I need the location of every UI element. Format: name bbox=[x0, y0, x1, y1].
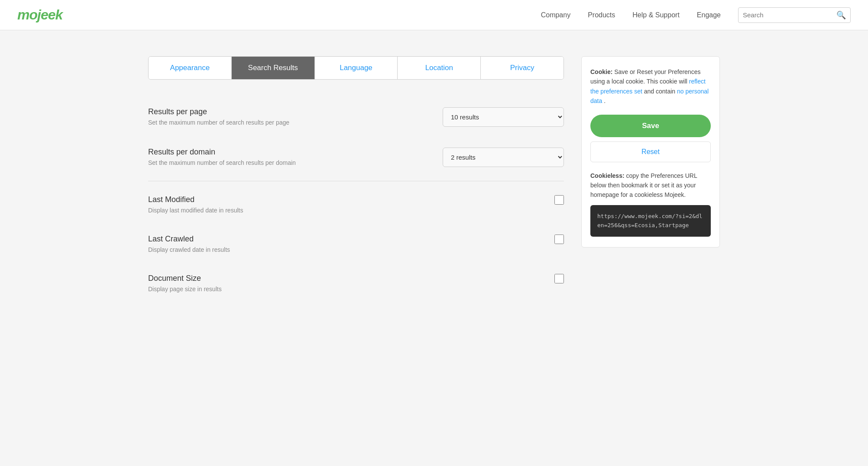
main-content: Appearance Search Results Language Locat… bbox=[131, 56, 737, 303]
nav: Company Products Help & Support Engage bbox=[541, 11, 721, 19]
cookie-text3: . bbox=[604, 97, 606, 104]
cookie-box: Cookie: Save or Reset your Preferences u… bbox=[581, 56, 720, 247]
last-modified-row: Last Modified Display last modified date… bbox=[148, 185, 564, 224]
tab-search-results[interactable]: Search Results bbox=[232, 57, 315, 79]
tabs: Appearance Search Results Language Locat… bbox=[148, 56, 564, 80]
cookie-description: Cookie: Save or Reset your Preferences u… bbox=[590, 67, 711, 106]
document-size-desc: Display page size in results bbox=[148, 286, 222, 292]
tab-privacy[interactable]: Privacy bbox=[481, 57, 564, 79]
last-modified-info: Last Modified Display last modified date… bbox=[148, 195, 243, 214]
cookieless-text: Cookieless: copy the Preferences URL bel… bbox=[590, 171, 711, 200]
last-modified-checkbox[interactable] bbox=[554, 195, 564, 205]
search-box: 🔍 bbox=[738, 7, 851, 23]
search-icon[interactable]: 🔍 bbox=[836, 10, 846, 20]
last-modified-label: Last Modified bbox=[148, 195, 243, 204]
cookie-title: Cookie: bbox=[590, 68, 612, 75]
results-per-domain-info: Results per domain Set the maximum numbe… bbox=[148, 148, 296, 166]
last-modified-control bbox=[443, 195, 564, 205]
results-per-page-desc: Set the maximum number of search results… bbox=[148, 119, 289, 126]
save-button[interactable]: Save bbox=[590, 115, 711, 137]
right-panel: Cookie: Save or Reset your Preferences u… bbox=[581, 56, 720, 303]
header: mojeek Company Products Help & Support E… bbox=[0, 0, 868, 30]
document-size-checkbox[interactable] bbox=[554, 274, 564, 283]
nav-engage[interactable]: Engage bbox=[697, 11, 721, 19]
search-input[interactable] bbox=[743, 11, 836, 19]
tab-language[interactable]: Language bbox=[315, 57, 398, 79]
last-crawled-desc: Display crawled date in results bbox=[148, 246, 230, 253]
results-per-domain-control: 1 result 2 results 3 results 5 results bbox=[443, 148, 564, 167]
last-crawled-row: Last Crawled Display crawled date in res… bbox=[148, 224, 564, 264]
tab-appearance[interactable]: Appearance bbox=[149, 57, 232, 79]
results-per-page-row: Results per page Set the maximum number … bbox=[148, 97, 564, 137]
last-modified-desc: Display last modified date in results bbox=[148, 207, 243, 214]
cookieless-url[interactable]: https://www.mojeek.com/?si=2&dlen=256&qs… bbox=[590, 205, 711, 237]
results-per-domain-desc: Set the maximum number of search results… bbox=[148, 159, 296, 166]
last-crawled-label: Last Crawled bbox=[148, 235, 230, 244]
results-per-page-label: Results per page bbox=[148, 107, 289, 116]
nav-help[interactable]: Help & Support bbox=[632, 11, 680, 19]
document-size-info: Document Size Display page size in resul… bbox=[148, 274, 222, 292]
divider bbox=[148, 181, 564, 181]
results-per-domain-label: Results per domain bbox=[148, 148, 296, 157]
document-size-row: Document Size Display page size in resul… bbox=[148, 264, 564, 303]
results-per-domain-select[interactable]: 1 result 2 results 3 results 5 results bbox=[443, 148, 564, 167]
document-size-label: Document Size bbox=[148, 274, 222, 283]
logo: mojeek bbox=[17, 7, 62, 23]
results-per-page-select[interactable]: 10 results 20 results 30 results 50 resu… bbox=[443, 107, 564, 127]
nav-products[interactable]: Products bbox=[588, 11, 615, 19]
last-crawled-info: Last Crawled Display crawled date in res… bbox=[148, 235, 230, 253]
cookieless-title: Cookieless: bbox=[590, 172, 625, 179]
nav-company[interactable]: Company bbox=[541, 11, 570, 19]
results-per-page-control: 10 results 20 results 30 results 50 resu… bbox=[443, 107, 564, 127]
last-crawled-checkbox[interactable] bbox=[554, 235, 564, 244]
last-crawled-control bbox=[443, 235, 564, 244]
reset-button[interactable]: Reset bbox=[590, 141, 711, 162]
left-panel: Appearance Search Results Language Locat… bbox=[148, 56, 564, 303]
cookie-text2: and contain bbox=[644, 88, 677, 95]
tab-location[interactable]: Location bbox=[398, 57, 481, 79]
results-per-page-info: Results per page Set the maximum number … bbox=[148, 107, 289, 126]
document-size-control bbox=[443, 274, 564, 283]
cookieless-section: Cookieless: copy the Preferences URL bel… bbox=[590, 171, 711, 237]
results-per-domain-row: Results per domain Set the maximum numbe… bbox=[148, 137, 564, 177]
